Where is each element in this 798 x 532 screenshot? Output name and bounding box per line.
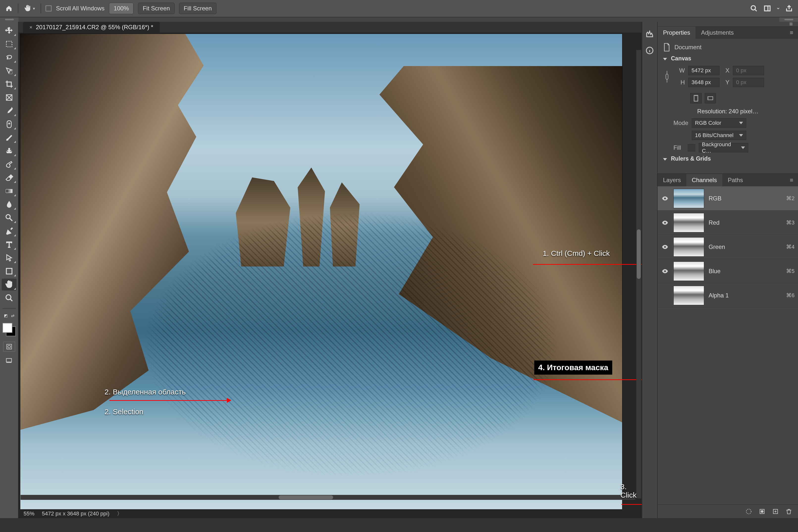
svg-rect-2: [6, 41, 12, 47]
chevron-down-icon[interactable]: [776, 4, 780, 13]
blur-tool[interactable]: [2, 198, 17, 210]
move-tool[interactable]: [2, 25, 17, 37]
channels-footer: [657, 504, 798, 518]
horizontal-scrollbar[interactable]: [21, 495, 635, 500]
tab-properties[interactable]: Properties: [657, 26, 695, 39]
svg-point-0: [751, 6, 756, 10]
tab-layers[interactable]: Layers: [657, 174, 686, 186]
color-swatch[interactable]: [2, 323, 16, 336]
document-tab[interactable]: × 20170127_215914.CR2 @ 55% (RGB/16*) *: [23, 22, 160, 33]
bit-depth-select[interactable]: 16 Bits/Channel: [692, 131, 746, 140]
status-bar: 55% 5472 px x 3648 px (240 ppi) 〉: [19, 509, 642, 518]
close-tab-icon[interactable]: ×: [30, 24, 33, 30]
load-selection-icon[interactable]: [745, 508, 752, 515]
svg-point-18: [664, 222, 666, 224]
hand-tool-icon[interactable]: ▾: [23, 4, 36, 13]
right-panel-column: ≡ Properties Adjustments ≡ Document Canv…: [657, 22, 798, 518]
panel-menu-icon[interactable]: ≡: [786, 29, 798, 36]
eyedropper-tool[interactable]: [2, 105, 17, 117]
tools-handle[interactable]: [0, 17, 19, 22]
search-icon[interactable]: [749, 4, 758, 13]
eraser-tool[interactable]: [2, 172, 17, 184]
fill-screen-button[interactable]: Fill Screen: [179, 3, 216, 14]
status-zoom[interactable]: 55%: [23, 511, 34, 517]
channel-row-rgb[interactable]: RGB⌘2: [657, 186, 798, 211]
healing-brush-tool[interactable]: [2, 118, 17, 130]
visibility-toggle[interactable]: [661, 243, 669, 251]
quick-select-tool[interactable]: [2, 65, 17, 77]
tab-channels[interactable]: Channels: [686, 174, 722, 186]
channels-panel: Layers Channels Paths ≡ RGB⌘2Red⌘3Green⌘…: [657, 173, 798, 518]
channel-row-alpha-1[interactable]: Alpha 1⌘6: [657, 283, 798, 308]
gradient-tool[interactable]: [2, 185, 17, 197]
channel-thumbnail: [673, 262, 704, 281]
frame-tool[interactable]: [2, 92, 17, 103]
options-bar: ▾ Scroll All Windows 100% Fit Screen Fil…: [0, 0, 798, 17]
fit-screen-button[interactable]: Fit Screen: [138, 3, 174, 14]
svg-point-17: [664, 197, 666, 199]
rulers-section-header[interactable]: Rulers & Grids: [663, 155, 793, 162]
type-tool[interactable]: [2, 239, 17, 250]
share-icon[interactable]: [785, 4, 794, 13]
channel-row-green[interactable]: Green⌘4: [657, 235, 798, 259]
status-chevron-icon[interactable]: 〉: [117, 510, 122, 517]
zoom-tool[interactable]: [2, 292, 17, 304]
height-input[interactable]: 3648 px: [688, 78, 720, 87]
shape-tool[interactable]: [2, 265, 17, 277]
tab-paths[interactable]: Paths: [722, 174, 748, 186]
svg-rect-3: [10, 72, 12, 74]
visibility-toggle[interactable]: [661, 219, 669, 227]
screenmode-toggle[interactable]: [3, 356, 15, 365]
home-icon[interactable]: [4, 4, 13, 13]
pen-tool[interactable]: [2, 225, 17, 237]
collapsed-panel-strip: [642, 22, 657, 518]
visibility-toggle[interactable]: [661, 291, 669, 299]
orient-portrait-button[interactable]: [690, 93, 702, 103]
fill-swatch[interactable]: [688, 144, 695, 151]
delete-channel-icon[interactable]: [785, 508, 793, 515]
color-mode-select[interactable]: RGB Color: [692, 118, 746, 128]
brush-tool[interactable]: [2, 132, 17, 144]
history-brush-tool[interactable]: [2, 158, 17, 170]
channel-row-red[interactable]: Red⌘3: [657, 211, 798, 235]
clone-stamp-tool[interactable]: [2, 145, 17, 157]
save-selection-icon[interactable]: [758, 508, 766, 515]
workspace-icon[interactable]: [763, 4, 772, 13]
width-input[interactable]: 5472 px: [688, 66, 720, 75]
visibility-toggle[interactable]: [661, 194, 669, 203]
svg-point-11: [8, 345, 11, 348]
svg-point-7: [6, 214, 10, 219]
histogram-panel-icon[interactable]: [645, 29, 655, 39]
resolution-label[interactable]: Resolution: 240 pixel…: [663, 108, 793, 115]
fill-select[interactable]: Background C…: [699, 143, 748, 152]
path-select-tool[interactable]: [2, 252, 17, 264]
crop-tool[interactable]: [2, 78, 17, 90]
canvas-area[interactable]: 1. Ctrl (Cmd) + Click 2. Выделенная обла…: [19, 33, 642, 509]
default-colors-icon[interactable]: ◩: [4, 313, 8, 318]
canvas-image[interactable]: 1. Ctrl (Cmd) + Click 2. Выделенная обла…: [20, 34, 622, 509]
svg-rect-1: [765, 6, 770, 11]
channel-thumbnail: [673, 237, 704, 256]
panel-menu-icon[interactable]: ≡: [786, 177, 798, 184]
annotation-1-arrow: [533, 264, 642, 265]
tab-adjustments[interactable]: Adjustments: [695, 26, 739, 39]
quickmask-toggle[interactable]: [3, 342, 15, 352]
y-input: 0 px: [733, 78, 764, 87]
scroll-all-checkbox[interactable]: [46, 5, 52, 12]
link-dimensions-icon[interactable]: [663, 66, 671, 88]
visibility-toggle[interactable]: [661, 267, 669, 275]
vertical-scrollbar[interactable]: [636, 50, 641, 498]
swap-colors-icon[interactable]: ⇄: [11, 313, 14, 318]
panels-handle[interactable]: [779, 17, 798, 22]
marquee-tool[interactable]: [2, 38, 17, 50]
info-panel-icon[interactable]: [645, 45, 655, 55]
canvas-section-header[interactable]: Canvas: [663, 55, 793, 62]
dodge-tool[interactable]: [2, 212, 17, 224]
new-channel-icon[interactable]: [772, 508, 779, 515]
status-dims[interactable]: 5472 px x 3648 px (240 ppi): [42, 511, 109, 517]
hand-tool[interactable]: [2, 279, 17, 290]
lasso-tool[interactable]: [2, 52, 17, 63]
zoom-100-button[interactable]: 100%: [109, 3, 133, 14]
channel-row-blue[interactable]: Blue⌘5: [657, 259, 798, 283]
orient-landscape-button[interactable]: [705, 93, 716, 103]
